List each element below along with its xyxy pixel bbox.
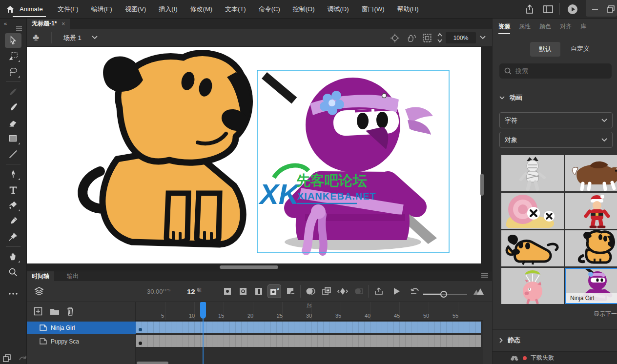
share-icon[interactable] [523,3,536,15]
timeline-horizontal-scrollbar[interactable] [137,362,168,364]
more-tools-icon[interactable] [5,286,21,301]
menu-insert[interactable]: 插入(I) [159,5,177,14]
insert-frame-button[interactable] [252,285,265,298]
remove-frames-button[interactable] [285,285,297,298]
timeline-zoom-slider[interactable] [423,291,467,298]
asset-thumb-pig-parachute[interactable] [501,268,564,304]
back-to-start-button[interactable] [409,285,421,298]
zoom-level-input[interactable] [446,32,476,43]
minimize-icon[interactable] [589,3,601,15]
paint-bucket-tool[interactable] [5,198,21,213]
menu-window[interactable]: 窗口(W) [362,5,385,14]
layer-row-ninja-girl[interactable]: Ninja Girl [27,322,136,334]
auto-keyframe-button[interactable]: A [268,285,281,298]
test-movie-icon[interactable] [566,3,579,15]
frame-strip-ninja-girl[interactable] [136,322,481,333]
frame-view-icon[interactable] [472,285,485,298]
section-animated[interactable]: 动画 [499,93,522,102]
menu-control[interactable]: 控制(O) [293,5,315,14]
search-box[interactable] [499,63,612,79]
zoom-tool[interactable] [5,265,21,280]
scene-label[interactable]: 场景 1 [63,34,82,42]
characters-dropdown[interactable]: 字符 [499,112,613,128]
play-button[interactable] [390,285,403,298]
default-mode-button[interactable]: 默认 [530,42,560,57]
asset-thumb-puppy-scared[interactable] [501,230,564,266]
search-input[interactable] [515,67,598,75]
tab-library[interactable]: 库 [580,22,586,34]
create-tween-button[interactable] [336,285,349,298]
keyframe-dot[interactable] [139,342,142,345]
classic-brush-tool[interactable] [5,100,21,115]
menu-modify[interactable]: 修改(M) [190,5,213,14]
custom-mode-button[interactable]: 自定义 [571,44,590,53]
fps-display[interactable]: 30.00FPS [147,288,170,295]
asset-warp-pin-tool[interactable] [5,229,21,244]
tab-assets[interactable]: 资源 [498,22,510,34]
rectangle-tool[interactable] [5,131,21,146]
document-tab[interactable]: 无标题-1* × [27,19,70,29]
menu-commands[interactable]: 命令(C) [259,5,280,14]
show-next-link[interactable]: 显示下一个 [594,310,617,318]
selection-tool[interactable] [5,33,21,48]
tab-timeline[interactable]: 时间轴 [27,271,54,281]
asset-thumb-mummy[interactable] [501,155,564,191]
cloud-download-icon[interactable] [510,355,519,362]
eyedropper-tool[interactable] [5,214,21,228]
keyframe-dot[interactable] [139,328,142,331]
add-layer-button[interactable] [33,306,43,317]
fluid-brush-tool[interactable] [5,84,21,99]
layer-row-puppy[interactable]: Puppy Sca [27,335,136,347]
asset-thumb-puppy-sitting[interactable] [565,230,617,266]
scene-dropdown-chevron-icon[interactable] [92,36,98,40]
rotation-tool-icon[interactable] [406,33,417,43]
stage-canvas[interactable]: XK 先客吧论坛 XIANKEBA.NET [27,47,481,263]
current-frame-display[interactable]: 12 帧 [187,287,202,296]
frame-strip-puppy[interactable] [136,335,481,347]
tab-color[interactable]: 颜色 [539,22,551,34]
zoom-dropdown-chevron-icon[interactable] [480,36,486,40]
collapse-toolbar-icon[interactable]: « [4,20,7,26]
subselection-tool[interactable] [5,49,21,63]
hand-tool[interactable] [5,249,21,264]
onion-skin-button[interactable] [304,285,317,298]
edit-symbols-icon[interactable]: ♣ [33,32,39,43]
pen-tool[interactable] [5,167,21,182]
zoom-stepper[interactable] [437,33,443,43]
lasso-tool[interactable] [5,64,21,79]
delete-layer-button[interactable] [65,306,76,317]
insert-keyframe-button[interactable] [221,285,234,298]
menu-debug[interactable]: 调试(D) [328,5,349,14]
workspace-icon[interactable] [542,3,555,15]
loop-playback-button[interactable] [372,285,385,298]
tab-properties[interactable]: 属性 [519,22,531,34]
edit-multiple-frames-button[interactable] [320,285,333,298]
line-tool[interactable] [5,147,21,162]
motion-editor-button[interactable] [352,285,365,298]
toolbar-menu-icon[interactable] [16,26,22,31]
restore-window-icon[interactable] [604,3,617,15]
stage-vertical-scrollbar[interactable] [480,174,484,196]
clip-content-icon[interactable] [421,33,433,43]
insert-blank-keyframe-button[interactable] [237,285,249,298]
center-stage-icon[interactable] [389,33,401,43]
stage-horizontal-scrollbar[interactable] [220,265,278,269]
app-name[interactable]: Animate [20,5,43,13]
asset-thumb-wolf[interactable] [565,155,617,191]
menu-file[interactable]: 文件(F) [58,5,79,14]
add-folder-button[interactable] [49,306,60,317]
stacked-squares-icon[interactable] [3,354,11,362]
home-icon[interactable] [4,3,17,15]
playhead[interactable] [200,302,206,319]
timeline-ruler[interactable]: 1s 5 10 15 20 25 30 35 40 45 50 55 [136,302,483,321]
asset-thumb-ninja-girl[interactable]: Ninja Girl [565,268,617,304]
timeline-frames-pane[interactable]: 1s 5 10 15 20 25 30 35 40 45 50 55 [136,302,483,364]
asset-thumb-santa[interactable] [565,193,617,229]
text-tool[interactable] [5,182,21,197]
tab-align[interactable]: 对齐 [560,22,572,34]
tab-output[interactable]: 输出 [62,271,83,281]
eraser-tool[interactable] [5,116,21,130]
layers-stack-icon[interactable] [33,285,45,298]
section-static[interactable]: 静态 [499,336,520,344]
menu-edit[interactable]: 编辑(E) [91,5,112,14]
